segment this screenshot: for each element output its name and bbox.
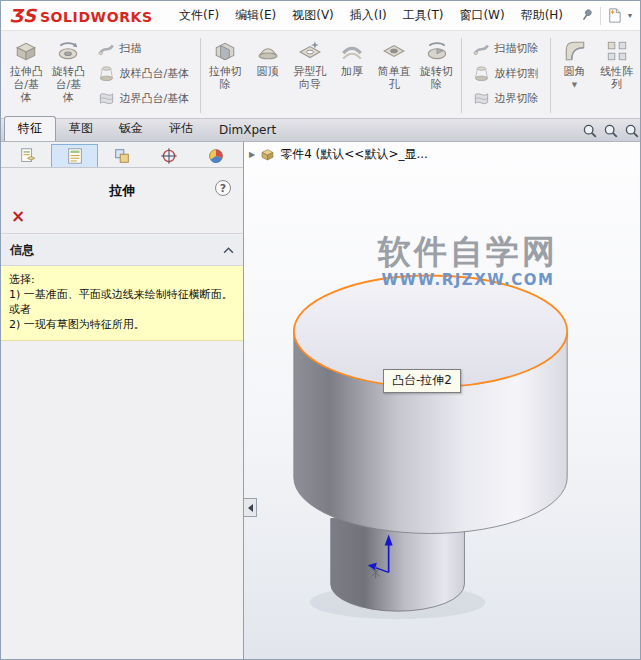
tab-display-manager[interactable]: [193, 144, 240, 167]
sweep-button[interactable]: 扫描: [93, 37, 195, 60]
menu-insert[interactable]: 插入(I): [342, 2, 395, 29]
tab-evaluate[interactable]: 评估: [156, 117, 206, 141]
part-name: 零件4 (默认<<默认>_显...: [280, 146, 428, 163]
main-content: 拉伸 ? × 信息 选择: 1) 一基准面、平面或边线来绘制特征横断面。 或者 …: [1, 142, 640, 659]
tab-dimxpert[interactable]: DimXpert: [206, 120, 289, 141]
dome-label: 圆顶: [249, 65, 285, 78]
menu-view[interactable]: 视图(V): [284, 2, 342, 29]
revolve-cut-icon: [425, 39, 449, 63]
sweep-cut-button[interactable]: 扫描切除: [468, 37, 544, 60]
ribbon-separator: [550, 38, 551, 113]
tab-featuremanager-tree[interactable]: [4, 144, 51, 167]
extrude-boss-label: 拉伸凸台/基体: [8, 65, 44, 104]
menu-file[interactable]: 文件(F): [171, 2, 227, 29]
revolve-boss-button[interactable]: 旋转凸台/基体: [47, 35, 89, 108]
fillet-dropdown-icon[interactable]: ▼: [572, 79, 577, 92]
extrude-boss-button[interactable]: 拉伸凸台/基体: [5, 35, 47, 108]
revolve-boss-label: 旋转凸台/基体: [50, 65, 86, 104]
new-document-icon[interactable]: [606, 7, 623, 24]
panel-collapse-handle[interactable]: [244, 498, 257, 517]
thicken-button[interactable]: 加厚: [331, 35, 373, 82]
revolve-boss-icon: [56, 39, 80, 63]
dome-icon: [256, 39, 280, 63]
zoom-tool-icon[interactable]: [624, 123, 640, 139]
solidworks-wordmark: SOLIDWORKS: [40, 9, 153, 25]
menu-bar: 文件(F) 编辑(E) 视图(V) 插入(I) 工具(T) 窗口(W) 帮助(H…: [171, 2, 571, 29]
boundary-boss-button[interactable]: 边界凸台/基体: [93, 87, 195, 110]
cut-stack-group: 扫描切除 放样切割 边界切除: [465, 35, 547, 112]
boundary-cut-button[interactable]: 边界切除: [468, 87, 544, 110]
simple-hole-label: 简单直孔: [376, 65, 412, 91]
boundary-cut-label: 边界切除: [495, 91, 539, 106]
help-button[interactable]: ?: [215, 180, 231, 196]
loft-boss-button[interactable]: 放样凸台/基体: [93, 62, 195, 85]
loft-cut-button[interactable]: 放样切割: [468, 62, 544, 85]
boundary-boss-label: 边界凸台/基体: [120, 91, 190, 106]
linear-pattern-label: 线性阵列: [599, 65, 635, 91]
tab-sketch[interactable]: 草图: [56, 117, 106, 141]
zoom-area-icon[interactable]: [582, 123, 598, 139]
ribbon-separator: [461, 38, 462, 113]
cancel-button[interactable]: ×: [11, 206, 25, 226]
dimxpert-manager-icon: [160, 147, 178, 165]
feature-tree-icon: [19, 147, 37, 165]
menu-tools[interactable]: 工具(T): [395, 2, 452, 29]
menu-edit[interactable]: 编辑(E): [227, 2, 284, 29]
linear-pattern-icon: [605, 39, 629, 63]
boundary-cut-icon: [473, 90, 490, 107]
pm-controls-row: ×: [1, 206, 243, 234]
view-tools: [582, 121, 640, 141]
extrude-cut-icon: [213, 39, 237, 63]
flyout-feature-tree[interactable]: ▶ 零件4 (默认<<默认>_显...: [249, 146, 428, 163]
sweep-cut-label: 扫描切除: [495, 41, 539, 56]
hole-wizard-button[interactable]: 异型孔向导: [289, 35, 331, 95]
titlebar-right: ▾: [580, 7, 632, 25]
thicken-icon: [340, 39, 364, 63]
feature-title: 拉伸: [109, 182, 135, 200]
extrude-boss-icon: [14, 39, 38, 63]
model-scene[interactable]: [244, 142, 640, 659]
tab-configuration-manager[interactable]: [98, 144, 145, 167]
zoom-fit-icon[interactable]: [603, 123, 619, 139]
graphics-area[interactable]: ▶ 零件4 (默认<<默认>_显... 软件自学网 WWW.RJZXW.COM …: [244, 142, 640, 659]
boss-stack-group: 扫描 放样凸台/基体 边界凸台/基体: [90, 35, 198, 112]
titlebar-separator: [600, 7, 601, 25]
tab-property-manager[interactable]: [51, 144, 98, 167]
pin-menu-icon[interactable]: [577, 5, 598, 26]
collapse-arrow-icon: [248, 504, 253, 512]
menu-window[interactable]: 窗口(W): [451, 2, 512, 29]
ribbon-separator: [200, 38, 201, 113]
manager-tabs: [1, 142, 243, 168]
revolve-cut-button[interactable]: 旋转切除: [415, 35, 457, 95]
extrude-cut-button[interactable]: 拉伸切除: [204, 35, 246, 95]
extrude-cut-label: 拉伸切除: [207, 65, 243, 91]
panel-empty-area: [1, 341, 243, 659]
revolve-cut-label: 旋转切除: [418, 65, 454, 91]
new-document-dropdown-icon[interactable]: ▾: [628, 11, 632, 20]
simple-hole-button[interactable]: 简单直孔: [373, 35, 415, 95]
loft-boss-label: 放样凸台/基体: [120, 66, 190, 81]
fillet-button[interactable]: 圆角 ▼: [553, 35, 595, 96]
part-icon: [260, 147, 275, 162]
tab-features[interactable]: 特征: [4, 116, 56, 141]
tab-dimxpert-manager[interactable]: [146, 144, 193, 167]
title-bar: ƷS SOLIDWORKS 文件(F) 编辑(E) 视图(V) 插入(I) 工具…: [1, 1, 640, 31]
expand-arrow-icon[interactable]: ▶: [249, 150, 255, 159]
linear-pattern-button[interactable]: 线性阵列: [596, 35, 638, 95]
thicken-label: 加厚: [334, 65, 370, 78]
property-manager-panel: 拉伸 ? × 信息 选择: 1) 一基准面、平面或边线来绘制特征横断面。 或者 …: [1, 142, 244, 659]
boundary-boss-icon: [98, 90, 115, 107]
fillet-label: 圆角: [556, 65, 592, 78]
tab-sheet-metal[interactable]: 钣金: [106, 117, 156, 141]
loft-cut-icon: [473, 65, 490, 82]
property-manager-header: 拉伸 ?: [1, 168, 243, 206]
dome-button[interactable]: 圆顶: [246, 35, 288, 82]
menu-help[interactable]: 帮助(H): [513, 2, 571, 29]
hole-wizard-icon: [298, 39, 322, 63]
display-manager-icon: [207, 147, 225, 165]
solidworks-logo: ƷS SOLIDWORKS: [9, 7, 171, 25]
message-group-header[interactable]: 信息: [1, 236, 243, 266]
sweep-label: 扫描: [120, 41, 142, 56]
hole-wizard-label: 异型孔向导: [292, 65, 328, 91]
collapse-chevron-icon: [223, 247, 234, 254]
